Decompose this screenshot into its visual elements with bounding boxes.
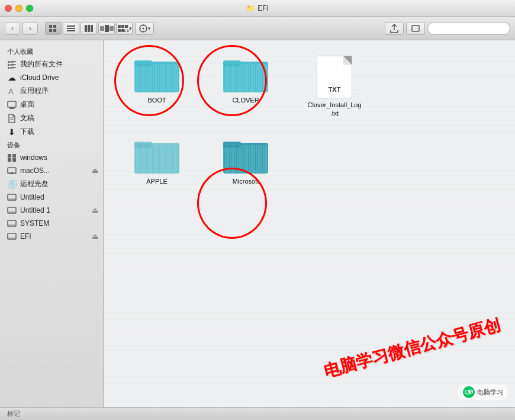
content-area: BOOT	[104, 40, 515, 407]
desktop-icon	[7, 100, 17, 110]
status-text: 标记	[7, 409, 20, 418]
folder-icon: 📁	[246, 4, 255, 12]
favorites-section-title: 个人收藏	[0, 45, 103, 57]
svg-rect-4	[67, 25, 75, 27]
sidebar-item-label: Untitled	[20, 193, 44, 201]
svg-rect-14	[121, 25, 124, 28]
svg-rect-31	[8, 67, 9, 69]
sidebar-item-downloads[interactable]: ⬇ 下载	[0, 125, 103, 139]
list-view-button[interactable]	[63, 22, 79, 35]
sidebar-item-windows[interactable]: windows	[0, 151, 103, 164]
sidebar-item-label: windows	[20, 153, 47, 162]
sidebar-item-label: 远程光盘	[20, 179, 49, 189]
svg-rect-1	[53, 25, 56, 28]
svg-rect-0	[49, 25, 52, 28]
sidebar-item-remote-disc[interactable]: 💿 远程光盘	[0, 177, 103, 191]
sidebar-item-icloud[interactable]: ☁ iCloud Drive	[0, 71, 103, 84]
svg-rect-35	[8, 101, 16, 107]
maximize-button[interactable]	[26, 5, 33, 12]
eject-icon[interactable]: ⏏	[92, 166, 98, 175]
svg-rect-33	[10, 68, 14, 69]
svg-point-78	[466, 392, 467, 392]
window-title: 📁 EFI	[246, 4, 269, 12]
sidebar-item-all-files[interactable]: 我的所有文件	[0, 57, 103, 71]
svg-rect-46	[11, 172, 13, 174]
file-item-microsoft[interactable]: Microsoft	[204, 133, 287, 189]
search-input[interactable]	[427, 22, 510, 35]
wechat-label: 电脑学习	[477, 388, 503, 397]
svg-rect-26	[10, 61, 16, 62]
file-name-apple: APPLE	[146, 177, 167, 185]
wechat-badge: 电脑学习	[458, 384, 508, 400]
sidebar-item-docs[interactable]: 文稿	[0, 111, 103, 125]
view-options: ▾	[45, 22, 133, 35]
sidebar-item-label: Untitled 1	[20, 206, 50, 214]
svg-rect-8	[88, 25, 90, 32]
sidebar-item-label: SYSTEM	[20, 219, 49, 227]
action-button[interactable]: ▾	[135, 22, 154, 35]
arrange-button[interactable]: ▾	[116, 22, 133, 35]
svg-rect-12	[110, 26, 114, 31]
sidebar-item-label: 应用程序	[20, 86, 49, 96]
all-files-icon	[7, 60, 17, 69]
file-name-microsoft: Microsoft	[233, 177, 259, 185]
svg-rect-7	[85, 25, 87, 32]
sidebar-item-system[interactable]: SYSTEM	[0, 217, 103, 230]
icon-view-button[interactable]	[45, 22, 62, 35]
svg-rect-42	[8, 158, 11, 162]
column-view-button[interactable]	[81, 22, 97, 35]
file-name-clover-log: Clover_Install_Log .txt	[307, 101, 361, 118]
sidebar-item-untitled[interactable]: Untitled	[0, 191, 103, 204]
svg-point-77	[469, 390, 473, 393]
icloud-icon: ☁	[7, 73, 17, 82]
svg-rect-17	[121, 29, 124, 32]
untitled1-icon	[7, 206, 17, 215]
close-button[interactable]	[5, 5, 12, 12]
svg-rect-69	[134, 145, 179, 174]
file-item-boot[interactable]: BOOT	[115, 52, 198, 121]
minimize-button[interactable]	[15, 5, 22, 12]
file-item-apple[interactable]: APPLE	[115, 133, 198, 189]
sidebar-item-macos[interactable]: macOS... ⏏	[0, 164, 103, 177]
fullscreen-button[interactable]	[406, 22, 425, 35]
svg-rect-40	[8, 154, 11, 158]
svg-rect-59	[134, 64, 179, 92]
sidebar-item-label: 桌面	[20, 100, 34, 110]
sidebar-item-efi[interactable]: EFI ⏏	[0, 230, 103, 243]
main-layout: 个人收藏 我的所有文件 ☁ iCloud Drive	[0, 40, 515, 407]
svg-rect-27	[10, 62, 14, 63]
sidebar-item-label: iCloud Drive	[20, 73, 59, 82]
coverflow-view-button[interactable]	[98, 22, 115, 35]
svg-rect-25	[8, 61, 9, 63]
forward-button[interactable]: ›	[22, 22, 38, 35]
file-item-clover[interactable]: CLOVER	[204, 52, 287, 121]
back-button[interactable]: ‹	[5, 22, 20, 35]
eject-icon[interactable]: ⏏	[92, 232, 98, 241]
svg-rect-11	[105, 25, 109, 32]
folder-icon-clover	[222, 56, 269, 94]
svg-point-76	[465, 390, 471, 395]
sidebar-item-untitled1[interactable]: Untitled 1 ⏏	[0, 204, 103, 217]
devices-section-title: 设备	[0, 139, 103, 151]
svg-rect-47	[9, 174, 14, 174]
svg-rect-2	[49, 29, 52, 32]
file-grid: BOOT	[115, 52, 503, 189]
svg-rect-5	[67, 28, 75, 29]
efi-icon	[7, 232, 17, 241]
eject-icon[interactable]: ⏏	[92, 206, 98, 214]
svg-rect-29	[10, 64, 16, 65]
sidebar-item-apps[interactable]: A 应用程序	[0, 84, 103, 98]
svg-point-80	[469, 391, 470, 392]
sidebar-item-label: macOS...	[20, 166, 50, 175]
svg-rect-32	[10, 67, 16, 68]
sidebar: 个人收藏 我的所有文件 ☁ iCloud Drive	[0, 40, 104, 407]
svg-rect-64	[223, 64, 268, 92]
apps-icon: A	[7, 86, 17, 96]
file-item-clover-log[interactable]: TXT Clover_Install_Log .txt	[293, 52, 376, 121]
watermark: 电脑学习微信公众号原创	[321, 314, 503, 383]
status-bar: 标记	[0, 407, 515, 420]
title-bar: 📁 EFI	[0, 0, 515, 17]
share-button[interactable]	[385, 22, 404, 35]
sidebar-item-desktop[interactable]: 桌面	[0, 98, 103, 111]
svg-text:A: A	[8, 87, 14, 96]
